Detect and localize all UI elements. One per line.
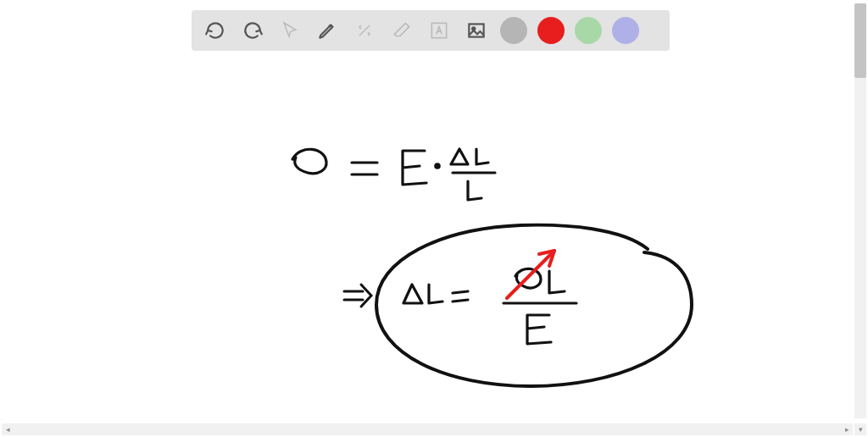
undo-icon [204,19,226,41]
color-gray-button[interactable] [500,17,527,44]
horizontal-scrollbar-track[interactable] [2,423,853,435]
pencil-icon [316,19,338,41]
red-arrow-annotation [507,251,554,298]
tools-icon [354,20,375,41]
image-icon [465,19,487,41]
scroll-left-arrow[interactable]: ◂ [2,423,14,435]
eraser-button[interactable] [385,14,419,47]
implies-arrow [344,285,371,307]
svg-point-3 [436,164,439,168]
text-button[interactable] [422,14,456,47]
color-red-button[interactable] [537,17,565,44]
redo-button[interactable] [236,14,270,47]
scroll-right-arrow[interactable]: ▸ [841,423,853,435]
text-icon [428,19,450,41]
equation-2 [403,268,576,344]
image-button[interactable] [459,14,493,47]
color-blue-button[interactable] [612,17,639,44]
pointer-button[interactable] [273,14,307,47]
undo-button[interactable] [198,14,232,47]
whiteboard-canvas[interactable] [0,0,851,423]
color-green-button[interactable] [575,17,602,44]
redo-icon [242,19,264,41]
svg-rect-1 [469,24,483,36]
eraser-icon [391,19,413,41]
pointer-icon [280,20,300,41]
circle-annotation [376,225,692,386]
pencil-button[interactable] [310,14,344,47]
tools-button[interactable] [348,14,381,47]
equation-1 [292,149,495,200]
toolbar [192,10,670,51]
vertical-scrollbar-thumb[interactable] [854,3,866,78]
scroll-down-arrow[interactable]: ▾ [854,423,866,435]
